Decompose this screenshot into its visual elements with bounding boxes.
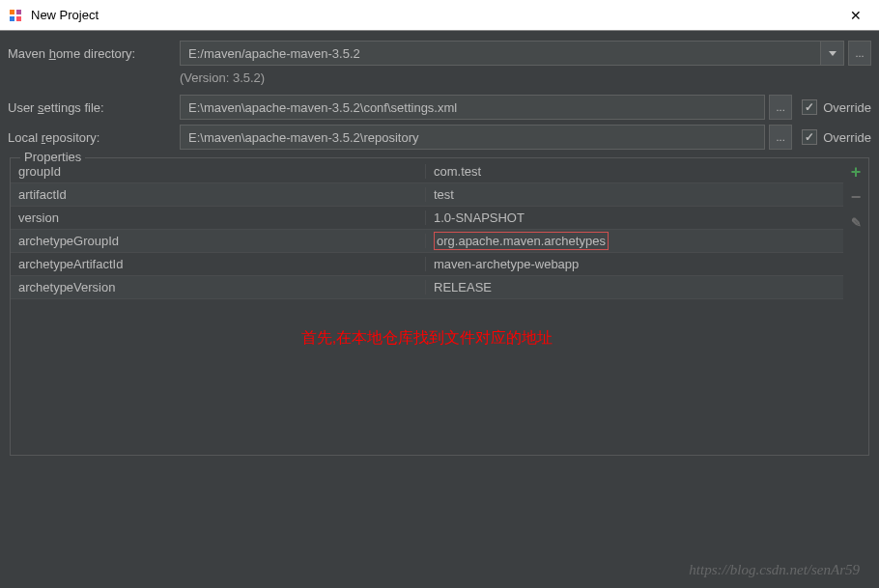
close-button[interactable]: ✕ [840, 4, 871, 27]
maven-home-row: Maven home directory: E:/maven/apache-ma… [8, 41, 871, 66]
prop-val: 1.0-SNAPSHOT [426, 210, 843, 225]
settings-override-checkbox[interactable]: Override [802, 99, 871, 115]
local-repo-row: Local repository: E:\maven\apache-maven-… [8, 125, 871, 150]
local-repo-label: Local repository: [8, 130, 180, 145]
svg-rect-1 [16, 10, 21, 14]
watermark: https://blog.csdn.net/senAr59 [689, 562, 860, 578]
annotation-text: 首先,在本地仓库找到文件对应的地址 [11, 299, 843, 378]
settings-file-row: User settings file: E:\maven\apache-mave… [8, 95, 871, 120]
local-repo-input[interactable]: E:\maven\apache-maven-3.5.2\repository [180, 125, 765, 150]
table-row[interactable]: archetypeArtifactId maven-archetype-weba… [11, 253, 843, 276]
prop-val: test [426, 187, 843, 202]
titlebar: New Project ✕ [0, 0, 879, 31]
properties-table: groupId com.test artifactId test version… [11, 160, 868, 455]
settings-file-browse[interactable]: ... [769, 95, 792, 120]
app-icon [8, 8, 23, 23]
prop-key: version [11, 210, 426, 225]
table-actions: + − ✎ [843, 160, 868, 455]
table-row[interactable]: archetypeVersion RELEASE [11, 276, 843, 299]
prop-key: archetypeGroupId [11, 234, 426, 248]
prop-key: groupId [11, 164, 426, 179]
override-label: Override [823, 130, 871, 145]
chevron-down-icon [829, 51, 836, 56]
prop-key: archetypeVersion [11, 280, 426, 294]
repo-override-checkbox[interactable]: Override [802, 129, 871, 145]
properties-panel: Properties groupId com.test artifactId t… [10, 157, 869, 456]
svg-rect-2 [10, 16, 14, 21]
maven-home-browse[interactable]: ... [848, 41, 871, 66]
edit-icon[interactable]: ✎ [848, 214, 864, 230]
prop-val: org.apache.maven.archetypes [426, 232, 843, 250]
table-row[interactable]: groupId com.test [11, 160, 843, 183]
svg-rect-3 [16, 16, 21, 21]
maven-version-text: (Version: 3.5.2) [180, 70, 871, 85]
maven-home-dropdown[interactable] [821, 41, 844, 66]
table-body: groupId com.test artifactId test version… [11, 160, 843, 455]
table-row[interactable]: artifactId test [11, 183, 843, 207]
dialog-body: Maven home directory: E:/maven/apache-ma… [0, 31, 879, 467]
highlighted-value: org.apache.maven.archetypes [434, 232, 609, 250]
table-row[interactable]: archetypeGroupId org.apache.maven.archet… [11, 230, 843, 253]
properties-legend: Properties [20, 150, 85, 164]
settings-file-input[interactable]: E:\maven\apache-maven-3.5.2\conf\setting… [180, 95, 765, 120]
prop-val: com.test [426, 164, 843, 179]
maven-home-input[interactable]: E:/maven/apache-maven-3.5.2 [180, 41, 821, 66]
remove-icon[interactable]: − [848, 189, 864, 205]
settings-file-label: User settings file: [8, 100, 180, 115]
override-label: Override [823, 100, 871, 115]
maven-home-label: Maven home directory: [8, 46, 180, 61]
local-repo-browse[interactable]: ... [769, 125, 792, 150]
checkbox-icon [802, 129, 817, 145]
window-title: New Project [31, 8, 840, 22]
prop-key: artifactId [11, 187, 426, 202]
prop-val: RELEASE [426, 280, 843, 294]
prop-key: archetypeArtifactId [11, 257, 426, 271]
checkbox-icon [802, 99, 817, 115]
spacer [11, 378, 843, 455]
prop-val: maven-archetype-webapp [426, 257, 843, 271]
add-icon[interactable]: + [848, 164, 864, 180]
svg-rect-0 [10, 10, 14, 14]
table-row[interactable]: version 1.0-SNAPSHOT [11, 207, 843, 230]
